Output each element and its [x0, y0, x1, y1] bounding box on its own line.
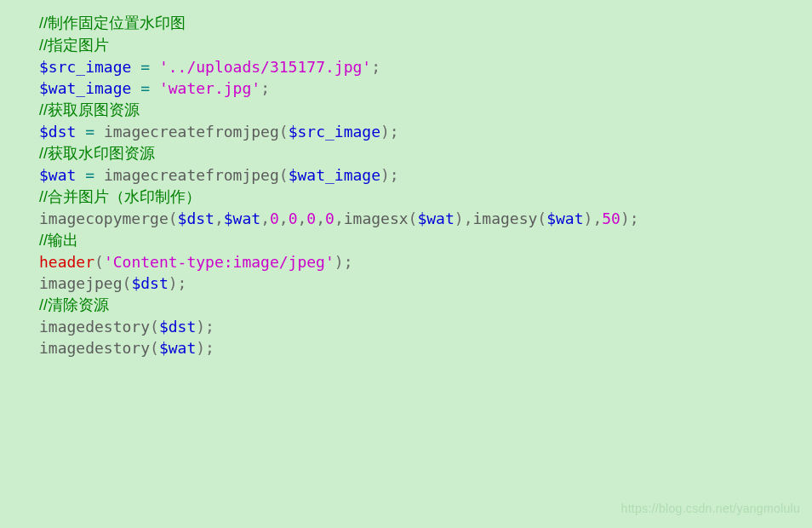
code-line: $wat_image = 'water.jpg';: [39, 77, 773, 99]
punct: (: [279, 123, 289, 141]
variable: $src_image: [39, 58, 131, 76]
number: 0: [270, 209, 279, 227]
punct: ,: [335, 209, 344, 227]
function: imagedestory: [39, 318, 150, 336]
punct: ,: [260, 209, 270, 227]
code-line: $dst = imagecreatefromjpeg($src_image);: [39, 121, 773, 142]
punct: (: [123, 274, 132, 292]
code-line: imagedestory($wat);: [39, 337, 773, 359]
watermark: https://blog.csdn.net/yangmolulu: [621, 498, 800, 519]
variable: $wat_image: [289, 166, 380, 184]
code-line: $wat = imagecreatefromjpeg($wat_image);: [39, 164, 773, 186]
number: 0: [306, 209, 316, 227]
variable: $dst: [178, 209, 214, 227]
punct: ,: [279, 209, 289, 227]
number: 50: [602, 209, 620, 227]
code-line: $src_image = '../uploads/315177.jpg';: [39, 56, 773, 77]
punct: ): [455, 209, 464, 227]
punct: ;: [390, 166, 399, 184]
comment: //制作固定位置水印图: [39, 14, 186, 32]
keyword: header: [39, 253, 94, 271]
punct: ;: [630, 209, 639, 227]
comment: //清除资源: [39, 296, 109, 313]
comment: //获取原图资源: [39, 101, 140, 118]
code-line: //合并图片（水印制作）: [39, 186, 773, 208]
variable: $dst: [159, 318, 196, 336]
variable: $wat: [546, 209, 583, 227]
code-line: //输出: [39, 229, 773, 251]
punct: ,: [214, 209, 224, 227]
function: imagecreatefromjpeg: [104, 166, 279, 184]
punct: ): [380, 166, 390, 184]
punct: ): [169, 274, 178, 292]
function: imagecopymerge: [39, 209, 169, 227]
punct: ,: [316, 209, 325, 227]
code-block: //制作固定位置水印图//指定图片$src_image = '../upload…: [0, 0, 812, 359]
variable: $wat: [159, 339, 196, 357]
punct: ;: [371, 58, 380, 76]
operator: =: [140, 58, 150, 76]
string: 'water.jpg': [159, 79, 260, 97]
operator: =: [85, 166, 94, 184]
code-line: //清除资源: [39, 294, 773, 316]
code-line: imagedestory($dst);: [39, 316, 773, 337]
punct: ;: [390, 123, 399, 141]
code-line: //制作固定位置水印图: [39, 12, 773, 34]
punct: ;: [260, 79, 270, 97]
function: imagejpeg: [39, 274, 123, 292]
string: '../uploads/315177.jpg': [159, 58, 371, 76]
punct: ,: [464, 209, 473, 227]
function: imagesx: [344, 209, 409, 227]
punct: ): [584, 209, 593, 227]
punct: (: [279, 166, 289, 184]
operator: =: [140, 79, 150, 97]
punct: (: [94, 253, 104, 271]
code-line: //获取水印图资源: [39, 142, 773, 164]
comment: //输出: [39, 232, 78, 249]
comment: //合并图片（水印制作）: [39, 188, 201, 205]
variable: $wat: [39, 166, 76, 184]
variable: $wat: [224, 209, 260, 227]
punct: ,: [298, 209, 307, 227]
punct: (: [150, 318, 159, 336]
punct: ;: [205, 318, 214, 336]
number: 0: [325, 209, 335, 227]
comment: //获取水印图资源: [39, 145, 155, 162]
string: 'Content-type:image/jpeg': [104, 253, 335, 271]
code-line: //指定图片: [39, 34, 773, 56]
code-line: header('Content-type:image/jpeg');: [39, 251, 773, 273]
code-line: imagecopymerge($dst,$wat,0,0,0,0,imagesx…: [39, 208, 773, 229]
punct: ): [620, 209, 630, 227]
function: imagecreatefromjpeg: [104, 123, 279, 141]
punct: (: [169, 209, 178, 227]
punct: ,: [592, 209, 602, 227]
punct: ): [196, 339, 205, 357]
punct: (: [150, 339, 159, 357]
punct: (: [409, 209, 418, 227]
variable: $dst: [39, 123, 76, 141]
punct: ): [196, 318, 205, 336]
punct: ): [335, 253, 344, 271]
punct: ;: [178, 274, 187, 292]
function: imagesy: [472, 209, 537, 227]
punct: (: [537, 209, 546, 227]
variable: $wat_image: [39, 79, 131, 97]
number: 0: [289, 209, 298, 227]
code-line: //获取原图资源: [39, 99, 773, 121]
punct: ;: [205, 339, 214, 357]
code-line: imagejpeg($dst);: [39, 273, 773, 294]
operator: =: [85, 123, 94, 141]
variable: $wat: [417, 209, 454, 227]
function: imagedestory: [39, 339, 150, 357]
punct: ): [380, 123, 390, 141]
punct: ;: [344, 253, 353, 271]
comment: //指定图片: [39, 37, 109, 54]
variable: $src_image: [289, 123, 380, 141]
variable: $dst: [131, 274, 168, 292]
